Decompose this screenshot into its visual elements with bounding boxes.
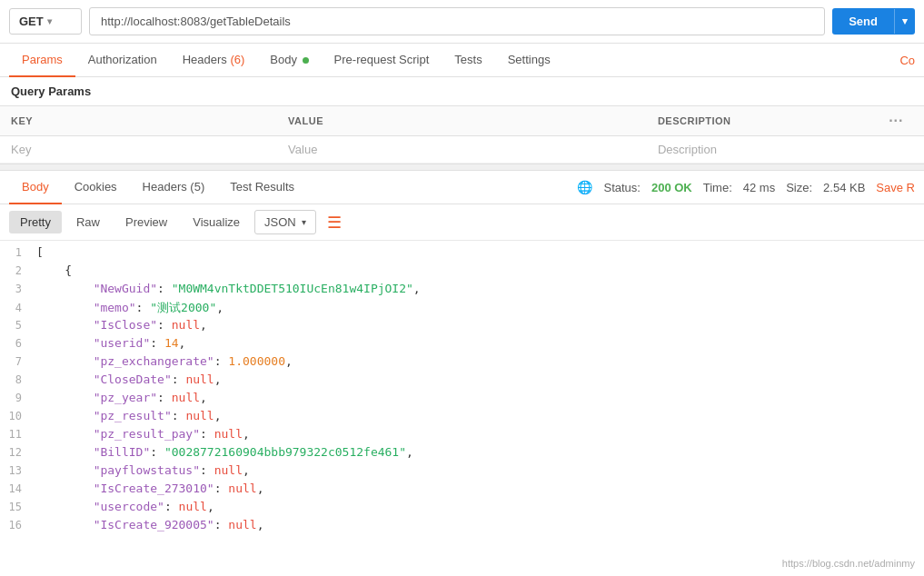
code-line: 3 "NewGuid": "M0WM4vnTktDDET510IUcEn81w4… [0, 281, 924, 299]
url-input[interactable] [89, 7, 825, 35]
send-button-label[interactable]: Send [832, 8, 894, 35]
code-line: 9 "pz_year": null, [0, 390, 924, 408]
tab-params[interactable]: Params [9, 44, 75, 77]
globe-icon: 🌐 [577, 180, 592, 194]
line-number: 4 [0, 302, 36, 314]
code-line: 8 "CloseDate": null, [0, 372, 924, 390]
param-value-input[interactable]: Value [277, 136, 647, 164]
param-key-input[interactable]: Key [0, 136, 277, 164]
line-content: { [36, 263, 924, 277]
code-line: 13 "payflowstatus": null, [0, 462, 924, 481]
send-button-group[interactable]: Send ▾ [832, 8, 915, 35]
line-content: "IsCreate_920005": null, [36, 518, 924, 531]
format-tab-visualize[interactable]: Visualize [182, 211, 251, 233]
format-select-dropdown[interactable]: JSON ▾ [254, 210, 316, 234]
format-tab-raw[interactable]: Raw [65, 211, 111, 233]
section-divider [0, 164, 924, 171]
method-chevron-icon: ▾ [47, 16, 52, 26]
tab-settings[interactable]: Settings [495, 44, 563, 77]
line-content: "pz_result_pay": null, [36, 427, 924, 441]
line-number: 8 [0, 373, 36, 386]
line-content: "memo": "测试2000", [36, 300, 924, 316]
line-content: [ [36, 245, 924, 259]
size-label: Size: [786, 181, 812, 194]
size-value: 2.54 KB [823, 181, 865, 194]
col-header-key: KEY [0, 106, 277, 136]
line-content: "IsClose": null, [36, 318, 924, 332]
line-number: 5 [0, 319, 36, 332]
col-header-value: VALUE [277, 106, 647, 136]
col-header-description: DESCRIPTION [647, 106, 878, 136]
status-label: Status: [603, 181, 640, 194]
line-number: 11 [0, 428, 36, 441]
time-value: 42 ms [743, 181, 775, 194]
tab-authorization[interactable]: Authorization [75, 44, 170, 77]
line-number: 10 [0, 410, 36, 422]
line-number: 2 [0, 264, 36, 277]
col-header-actions: ··· [878, 106, 924, 136]
line-number: 12 [0, 446, 36, 459]
format-tabs-row: Pretty Raw Preview Visualize JSON ▾ ☰ [0, 204, 924, 241]
response-tab-cookies[interactable]: Cookies [62, 171, 130, 204]
line-content: "pz_year": null, [36, 391, 924, 404]
code-line: 15 "usercode": null, [0, 499, 924, 517]
save-response-button[interactable]: Save R [876, 181, 915, 194]
line-number: 13 [0, 464, 36, 477]
line-number: 9 [0, 392, 36, 404]
top-bar: GET ▾ Send ▾ [0, 0, 924, 44]
line-content: "NewGuid": "M0WM4vnTktDDET510IUcEn81w4IP… [36, 282, 924, 295]
line-number: 14 [0, 482, 36, 495]
line-content: "pz_exchangerate": 1.000000, [36, 354, 924, 368]
query-params-label: Query Params [0, 77, 924, 105]
line-number: 15 [0, 501, 36, 513]
line-content: "BillID": "0028772160904bbb979322c0512fe… [36, 445, 924, 459]
tab-more[interactable]: Co [899, 54, 915, 67]
line-content: "usercode": null, [36, 500, 924, 513]
wrap-icon[interactable]: ☰ [327, 213, 342, 233]
code-line: 12 "BillID": "0028772160904bbb979322c051… [0, 444, 924, 462]
code-line: 7 "pz_exchangerate": 1.000000, [0, 353, 924, 372]
send-dropdown-icon[interactable]: ▾ [894, 9, 915, 34]
code-line: 1[ [0, 244, 924, 263]
code-line: 6 "userid": 14, [0, 335, 924, 353]
format-tab-preview[interactable]: Preview [114, 211, 178, 233]
tab-headers[interactable]: Headers (6) [170, 44, 258, 77]
code-area[interactable]: 1[2 {3 "NewGuid": "M0WM4vnTktDDET510IUcE… [0, 241, 924, 531]
code-line: 4 "memo": "测试2000", [0, 299, 924, 317]
method-label: GET [19, 15, 44, 28]
response-tab-headers[interactable]: Headers (5) [130, 171, 218, 204]
tab-tests[interactable]: Tests [442, 44, 494, 77]
line-number: 7 [0, 355, 36, 368]
code-line: 5 "IsClose": null, [0, 317, 924, 335]
method-select[interactable]: GET ▾ [9, 8, 82, 35]
code-line: 14 "IsCreate_273010": null, [0, 481, 924, 499]
code-line: 10 "pz_result": null, [0, 408, 924, 426]
response-tab-body[interactable]: Body [9, 171, 62, 204]
status-value: 200 OK [651, 181, 692, 194]
param-desc-input[interactable]: Description [647, 136, 878, 164]
line-number: 6 [0, 337, 36, 350]
line-number: 3 [0, 283, 36, 295]
format-select-chevron-icon: ▾ [302, 217, 306, 227]
line-content: "IsCreate_273010": null, [36, 482, 924, 495]
code-line: 11 "pz_result_pay": null, [0, 426, 924, 444]
params-table: KEY VALUE DESCRIPTION ··· Key Value Desc… [0, 105, 924, 164]
response-meta: 🌐 Status: 200 OK Time: 42 ms Size: 2.54 … [577, 180, 915, 194]
line-number: 16 [0, 519, 36, 531]
line-content: "CloseDate": null, [36, 372, 924, 386]
response-tabs: Body Cookies Headers (5) Test Results 🌐 … [0, 171, 924, 204]
format-tab-pretty[interactable]: Pretty [9, 211, 62, 233]
code-line: 16 "IsCreate_920005": null, [0, 517, 924, 531]
line-content: "userid": 14, [36, 336, 924, 350]
time-label: Time: [703, 181, 732, 194]
format-select-label: JSON [264, 215, 296, 229]
line-content: "pz_result": null, [36, 409, 924, 422]
tab-body[interactable]: Body [257, 44, 321, 77]
request-tabs: Params Authorization Headers (6) Body Pr… [0, 44, 924, 77]
tab-prerequest[interactable]: Pre-request Script [322, 44, 442, 77]
line-content: "payflowstatus": null, [36, 463, 924, 477]
table-row-placeholder: Key Value Description [0, 136, 924, 164]
code-line: 2 { [0, 263, 924, 281]
line-number: 1 [0, 246, 36, 259]
response-tab-testresults[interactable]: Test Results [217, 171, 307, 204]
